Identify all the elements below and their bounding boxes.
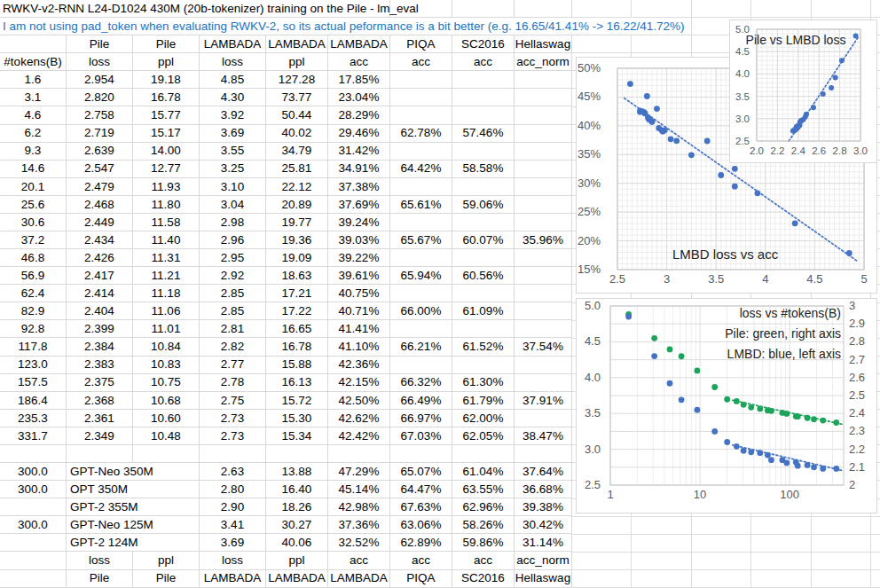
header-cell[interactable]: loss [200, 53, 266, 71]
table-cell[interactable] [0, 534, 67, 552]
table-cell[interactable]: 2.80 [200, 481, 266, 498]
table-cell[interactable]: 2.954 [67, 71, 133, 89]
table-cell[interactable]: 2.82 [200, 338, 266, 356]
table-cell[interactable]: 61.04% [452, 463, 515, 481]
table-cell[interactable]: 2.73 [200, 410, 266, 427]
table-cell[interactable] [328, 445, 390, 463]
table-cell[interactable]: 42.42% [328, 427, 390, 445]
table-cell[interactable]: 10.60 [133, 410, 200, 427]
table-cell[interactable]: 2.96 [200, 231, 266, 249]
table-cell[interactable]: 61.09% [452, 302, 515, 320]
table-cell[interactable] [0, 445, 67, 463]
footer-cell[interactable]: LAMBADA [200, 570, 266, 588]
table-cell[interactable]: 32.52% [328, 534, 390, 552]
table-cell[interactable]: 42.98% [328, 498, 390, 516]
table-cell[interactable]: 37.36% [328, 516, 390, 534]
table-cell[interactable]: 2.73 [200, 427, 266, 445]
table-cell[interactable]: 2.426 [67, 249, 133, 267]
table-cell[interactable]: 2.414 [67, 285, 133, 302]
table-cell[interactable]: 37.64% [515, 463, 572, 481]
table-cell[interactable] [133, 445, 200, 463]
table-cell[interactable] [515, 214, 572, 231]
table-cell[interactable]: 123.0 [0, 357, 67, 374]
table-cell[interactable] [515, 71, 572, 89]
table-cell[interactable]: 63.55% [452, 481, 515, 498]
table-cell[interactable] [452, 178, 515, 196]
table-cell[interactable] [0, 498, 67, 516]
table-cell[interactable]: 16.65 [266, 320, 328, 338]
table-cell[interactable]: 2.349 [67, 427, 133, 445]
table-cell[interactable]: 11.31 [133, 249, 200, 267]
table-cell[interactable] [515, 267, 572, 285]
table-cell[interactable]: 2.63 [200, 463, 266, 481]
footer-cell[interactable]: acc [328, 552, 390, 569]
table-cell[interactable]: 61.79% [452, 392, 515, 410]
header-cell[interactable] [0, 35, 67, 53]
chart-pile-vs-lmbd-loss[interactable]: 2.02.22.42.62.83.02.53.03.54.04.55.0Pile… [729, 20, 877, 163]
table-cell[interactable]: 3.69 [200, 125, 266, 143]
table-cell[interactable]: 300.0 [0, 516, 67, 534]
footer-cell[interactable]: Hellaswag [515, 570, 572, 588]
table-cell[interactable]: 2.479 [67, 178, 133, 196]
sheet-title[interactable]: RWKV-v2-RNN L24-D1024 430M (20b-tokenize… [0, 0, 568, 18]
table-cell[interactable] [452, 214, 515, 231]
chart-loss-vs-tokens[interactable]: 1101002.53.03.54.04.55.022.12.22.32.42.5… [576, 298, 877, 514]
table-cell[interactable]: 2.368 [67, 392, 133, 410]
model-name-cell[interactable]: GPT-2 124M [67, 534, 200, 552]
table-cell[interactable]: 15.77 [133, 106, 200, 124]
table-cell[interactable]: 331.7 [0, 427, 67, 445]
table-cell[interactable] [452, 285, 515, 302]
table-cell[interactable]: 11.18 [133, 285, 200, 302]
table-cell[interactable] [515, 125, 572, 143]
header-cell[interactable]: Hellaswag [515, 35, 572, 53]
table-cell[interactable]: 67.63% [390, 498, 452, 516]
table-cell[interactable]: 34.79 [266, 143, 328, 161]
table-cell[interactable] [390, 357, 452, 374]
table-cell[interactable]: 40.75% [328, 285, 390, 302]
table-cell[interactable]: 2.399 [67, 320, 133, 338]
table-cell[interactable]: 9.3 [0, 143, 67, 161]
footer-cell[interactable]: ppl [133, 552, 200, 569]
table-cell[interactable]: 65.07% [390, 463, 452, 481]
table-cell[interactable] [515, 357, 572, 374]
header-cell[interactable]: Pile [133, 35, 200, 53]
table-cell[interactable]: 2.417 [67, 267, 133, 285]
table-cell[interactable]: 18.63 [266, 267, 328, 285]
header-cell[interactable]: acc [390, 53, 452, 71]
table-cell[interactable]: 45.14% [328, 481, 390, 498]
table-cell[interactable]: 16.78 [133, 89, 200, 106]
table-cell[interactable] [67, 445, 133, 463]
table-cell[interactable]: 20.1 [0, 178, 67, 196]
table-cell[interactable]: 61.52% [452, 338, 515, 356]
table-cell[interactable]: 2.375 [67, 374, 133, 392]
model-name-cell[interactable]: GPT-Neo 350M [67, 463, 200, 481]
header-cell[interactable]: ppl [133, 53, 200, 71]
table-cell[interactable]: 40.02 [266, 125, 328, 143]
table-cell[interactable]: 2.547 [67, 161, 133, 178]
table-cell[interactable] [515, 161, 572, 178]
table-cell[interactable]: 3.1 [0, 89, 67, 106]
table-cell[interactable] [515, 320, 572, 338]
table-cell[interactable]: 2.404 [67, 302, 133, 320]
table-cell[interactable]: 2.639 [67, 143, 133, 161]
table-cell[interactable]: 66.49% [390, 392, 452, 410]
footer-cell[interactable]: LAMBADA [328, 570, 390, 588]
table-cell[interactable]: 64.47% [390, 481, 452, 498]
table-cell[interactable]: 12.77 [133, 161, 200, 178]
table-cell[interactable]: 37.91% [515, 392, 572, 410]
table-cell[interactable]: 66.00% [390, 302, 452, 320]
table-cell[interactable]: 6.2 [0, 125, 67, 143]
table-cell[interactable]: 3.41 [200, 516, 266, 534]
table-cell[interactable]: 31.42% [328, 143, 390, 161]
table-cell[interactable] [515, 374, 572, 392]
table-cell[interactable]: 2.449 [67, 214, 133, 231]
table-cell[interactable]: 10.68 [133, 392, 200, 410]
header-cell[interactable]: acc [328, 53, 390, 71]
table-cell[interactable]: 42.36% [328, 357, 390, 374]
table-cell[interactable]: 17.21 [266, 285, 328, 302]
table-cell[interactable]: 10.75 [133, 374, 200, 392]
table-cell[interactable]: 67.03% [390, 427, 452, 445]
header-cell[interactable]: #tokens(B) [0, 53, 67, 71]
table-cell[interactable] [390, 178, 452, 196]
header-cell[interactable]: acc [452, 53, 515, 71]
